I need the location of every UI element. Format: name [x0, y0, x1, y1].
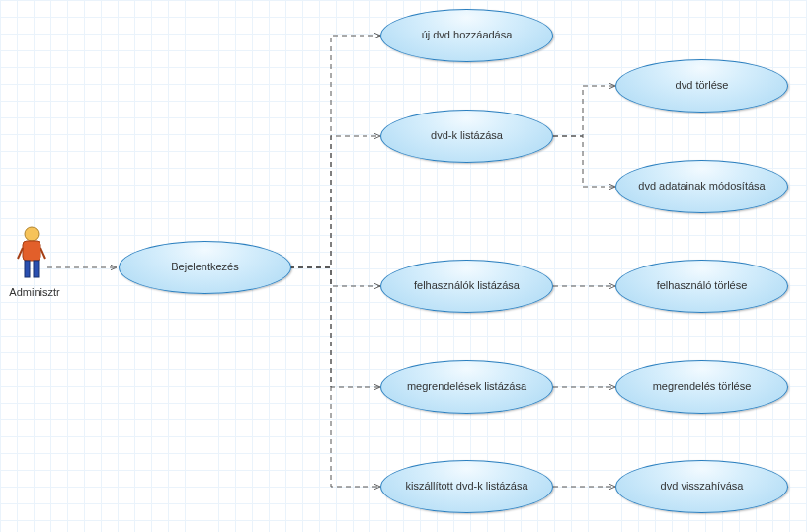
- svg-rect-5: [34, 261, 39, 277]
- usecase-delete-dvd[interactable]: dvd törlése: [615, 59, 788, 113]
- diagram-canvas: Adminisztr Bejelentkezés új dvd hozzáadá…: [0, 0, 807, 532]
- actor-label-text: Adminisztr: [9, 286, 59, 298]
- actor-label: Adminisztr: [0, 286, 69, 298]
- svg-line-2: [18, 248, 23, 259]
- usecase-login[interactable]: Bejelentkezés: [119, 241, 291, 294]
- edge-login-adddvd: [289, 36, 380, 267]
- svg-rect-1: [23, 241, 40, 261]
- svg-rect-4: [25, 261, 30, 277]
- usecase-edit-dvd[interactable]: dvd adatainak módosítása: [615, 160, 788, 213]
- usecase-add-dvd-label: új dvd hozzáadása: [422, 29, 513, 41]
- usecase-delete-dvd-label: dvd törlése: [676, 79, 729, 92]
- usecase-list-dvds-label: dvd-k listázása: [431, 129, 503, 142]
- usecase-recall-dvd-label: dvd visszahívása: [661, 480, 744, 493]
- usecase-list-users[interactable]: felhasználók listázása: [380, 260, 553, 313]
- edge-login-listorders: [289, 267, 380, 387]
- edge-login-listdelivered: [289, 267, 380, 487]
- svg-line-3: [40, 248, 45, 259]
- usecase-delete-order[interactable]: megrendelés törlése: [615, 360, 788, 414]
- svg-point-0: [25, 227, 39, 241]
- usecase-delete-user-label: felhasználó törlése: [657, 279, 748, 292]
- actor-icon: [17, 226, 46, 281]
- edge-listdvds-deletedvd: [553, 86, 615, 136]
- usecase-list-orders[interactable]: megrendelések listázása: [380, 360, 553, 414]
- usecase-list-users-label: felhasználók listázása: [414, 279, 520, 292]
- edge-login-listusers: [289, 267, 380, 286]
- usecase-add-dvd[interactable]: új dvd hozzáadása: [380, 9, 553, 62]
- usecase-list-orders-label: megrendelések listázása: [407, 380, 526, 393]
- usecase-list-dvds[interactable]: dvd-k listázása: [380, 110, 553, 163]
- usecase-delete-user[interactable]: felhasználó törlése: [615, 260, 788, 313]
- usecase-delete-order-label: megrendelés törlése: [653, 380, 752, 393]
- edge-listdvds-editdvd: [553, 136, 615, 187]
- edge-login-listdvds: [289, 136, 380, 267]
- usecase-list-delivered-label: kiszállított dvd-k listázása: [405, 480, 527, 493]
- usecase-edit-dvd-label: dvd adatainak módosítása: [638, 180, 765, 192]
- usecase-list-delivered[interactable]: kiszállított dvd-k listázása: [380, 460, 553, 513]
- usecase-login-label: Bejelentkezés: [171, 261, 239, 273]
- usecase-recall-dvd[interactable]: dvd visszahívása: [615, 460, 788, 513]
